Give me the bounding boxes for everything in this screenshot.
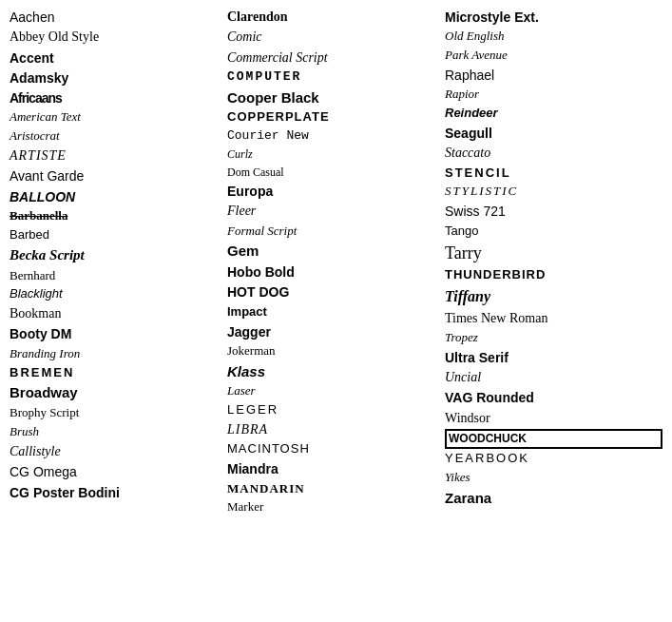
font-item-tarry[interactable]: Tarry (445, 241, 662, 265)
font-item-bernhard[interactable]: Bernhard (10, 267, 227, 285)
font-item-tiffany[interactable]: Tiffany (445, 285, 662, 307)
font-item-tropez[interactable]: Tropez (445, 329, 662, 347)
font-item-clarendon[interactable]: Clarendon (227, 8, 445, 27)
font-item-tango[interactable]: Tango (445, 223, 662, 241)
font-item-macintosh[interactable]: MACINTOSH (227, 440, 445, 458)
font-item-times-new-roman[interactable]: Times New Roman (445, 309, 662, 328)
font-item-zarana[interactable]: Zarana (445, 488, 662, 509)
font-item-thunderbird[interactable]: THUNDERBIRD (445, 266, 662, 284)
font-item-brophy-script[interactable]: Brophy Script (10, 404, 227, 422)
font-item-stencil[interactable]: STENCIL (445, 165, 662, 183)
font-item-klass[interactable]: Klass (227, 361, 445, 382)
font-item-accent[interactable]: Accent (10, 49, 227, 68)
font-item-blacklight[interactable]: Blacklight (10, 285, 227, 303)
font-item-artiste[interactable]: ARTISTE (10, 146, 227, 165)
font-item-bremen[interactable]: BREMEN (10, 364, 227, 382)
font-item-laser[interactable]: Laser (227, 382, 445, 400)
font-item-bookman[interactable]: Bookman (10, 304, 227, 323)
font-item-libra[interactable]: LIBRA (227, 420, 445, 439)
font-item-adamsky[interactable]: Adamsky (10, 68, 227, 87)
font-item-marker[interactable]: Marker (227, 498, 445, 516)
font-item-brush[interactable]: Brush (10, 423, 227, 441)
font-item-fleer[interactable]: Fleer (227, 202, 445, 221)
font-item-leger[interactable]: LEGER (227, 401, 445, 419)
font-item-barbed[interactable]: Barbed (10, 226, 227, 244)
font-item-computer[interactable]: COMPUTER (227, 68, 445, 87)
font-item-africaans[interactable]: Africaans (10, 88, 227, 107)
font-item-formal-script[interactable]: Formal Script (227, 223, 445, 241)
font-item-yearbook[interactable]: YEARBOOK (445, 450, 662, 468)
font-item-aachen[interactable]: Aachen (10, 8, 227, 27)
font-item-hot-dog[interactable]: HOT DOG (227, 282, 445, 301)
font-item-park-avenue[interactable]: Park Avenue (445, 47, 662, 65)
font-item-cooper-black[interactable]: Cooper Black (227, 87, 445, 108)
font-item-swiss-721[interactable]: Swiss 721 (445, 202, 662, 221)
font-item-miandra[interactable]: Miandra (227, 459, 445, 478)
column-1: AachenAbbey Old StyleAccentAdamskyAfrica… (10, 8, 227, 502)
font-item-cg-poster-bodini[interactable]: CG Poster Bodini (10, 483, 227, 502)
font-item-curlz[interactable]: Curlz (227, 146, 445, 163)
font-item-booty-dm[interactable]: Booty DM (10, 324, 227, 343)
font-item-mandarin[interactable]: MANDARIN (227, 480, 445, 498)
font-item-microstyle-ext.[interactable]: Microstyle Ext. (445, 8, 662, 27)
font-item-stylistic[interactable]: STYLISTIC (445, 183, 662, 201)
font-item-vag-rounded[interactable]: VAG Rounded (445, 388, 662, 407)
font-item-becka-script[interactable]: Becka Script (10, 245, 227, 266)
font-item-jagger[interactable]: Jagger (227, 322, 445, 341)
font-item-uncial[interactable]: Uncial (445, 368, 662, 387)
font-item-hobo-bold[interactable]: Hobo Bold (227, 262, 445, 282)
font-item-staccato[interactable]: Staccato (445, 144, 662, 163)
font-item-aristocrat[interactable]: Aristocrat (10, 127, 227, 146)
font-item-yikes[interactable]: Yikes (445, 469, 662, 487)
font-item-raphael[interactable]: Raphael (445, 66, 662, 85)
font-item-impact[interactable]: Impact (227, 303, 445, 321)
font-item-avant-garde[interactable]: Avant Garde (10, 166, 227, 185)
font-item-commercial-script[interactable]: Commercial Script (227, 49, 445, 68)
font-item-cg-omega[interactable]: CG Omega (10, 462, 227, 481)
font-item-abbey-old-style[interactable]: Abbey Old Style (10, 28, 227, 47)
font-item-woodchuck[interactable]: WOODCHUCK (445, 429, 662, 449)
font-item-broadway[interactable]: Broadway (10, 382, 227, 403)
column-2: ClarendonComicCommercial ScriptCOMPUTERC… (227, 8, 445, 516)
font-item-copperplate[interactable]: COPPERPLATE (227, 108, 445, 126)
font-item-seagull[interactable]: Seagull (445, 124, 662, 143)
font-item-windsor[interactable]: Windsor (445, 409, 662, 428)
font-item-reindeer[interactable]: Reindeer (445, 105, 662, 123)
font-item-american-text[interactable]: American Text (10, 108, 227, 126)
font-item-callistyle[interactable]: Callistyle (10, 442, 227, 461)
font-item-comic[interactable]: Comic (227, 28, 445, 47)
font-item-europa[interactable]: Europa (227, 182, 445, 201)
font-item-dom-casual[interactable]: Dom Casual (227, 165, 445, 181)
font-item-balloon[interactable]: BALLOON (10, 187, 227, 206)
column-3: Microstyle Ext.Old EnglishPark AvenueRap… (445, 8, 662, 509)
font-list-container: AachenAbbey Old StyleAccentAdamskyAfrica… (10, 8, 662, 516)
font-item-courier-new[interactable]: Courier New (227, 127, 445, 146)
font-item-gem[interactable]: Gem (227, 241, 445, 262)
font-item-old-english[interactable]: Old English (445, 28, 662, 46)
font-item-jokerman[interactable]: Jokerman (227, 342, 445, 360)
font-item-branding-iron[interactable]: Branding Iron (10, 345, 227, 363)
font-item-barbanella[interactable]: Barbanella (10, 207, 227, 225)
font-item-rapior[interactable]: Rapior (445, 86, 662, 104)
font-item-ultra-serif[interactable]: Ultra Serif (445, 348, 662, 367)
